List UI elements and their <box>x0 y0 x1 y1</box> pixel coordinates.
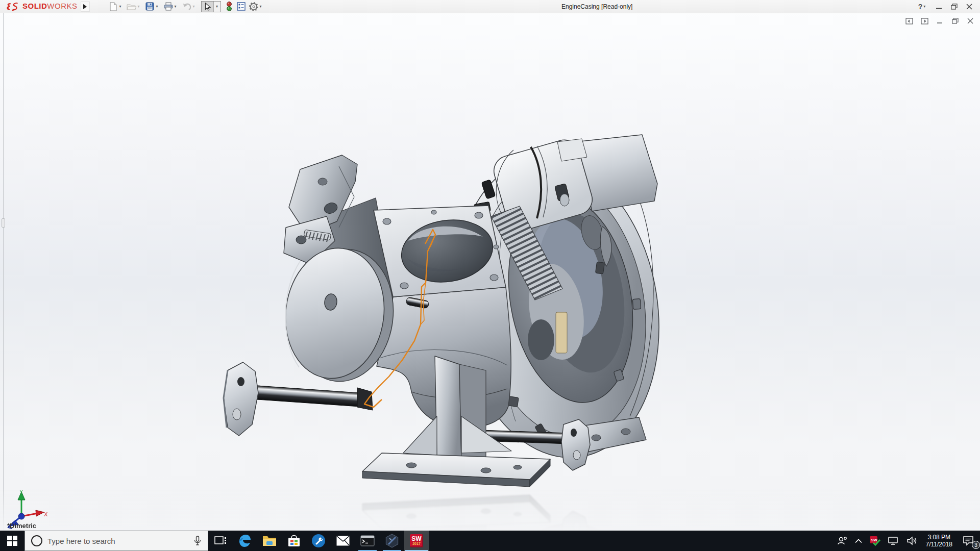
undo-caret[interactable]: ▾ <box>193 5 195 9</box>
wrench-circle-icon <box>311 534 326 548</box>
microphone-icon[interactable] <box>193 536 202 546</box>
print-button[interactable]: ▾ <box>162 1 181 12</box>
titlebar: SOLIDWORKS ▾ ▾ ▾ <box>0 0 980 13</box>
network-button[interactable] <box>884 531 902 551</box>
task-view-button[interactable] <box>208 531 233 551</box>
hexagon-app-icon <box>385 534 399 548</box>
logo-text-bold: SOLID <box>22 2 47 10</box>
cursor-arrow-icon <box>204 3 211 11</box>
taskbar-app-command-prompt[interactable] <box>355 531 380 551</box>
tray-overflow-button[interactable] <box>851 531 866 551</box>
new-document-button[interactable]: ▾ <box>107 1 126 12</box>
network-icon <box>888 536 899 545</box>
taskbar-app-mail[interactable] <box>331 531 355 551</box>
windows-logo-icon <box>7 536 17 546</box>
command-prompt-icon <box>360 535 375 546</box>
edge-icon <box>238 534 252 548</box>
mail-icon <box>336 535 350 546</box>
save-floppy-icon <box>145 2 155 11</box>
clock-date: 7/11/2018 <box>926 541 953 548</box>
close-icon <box>966 4 972 10</box>
reflection-fade <box>0 488 980 531</box>
options-caret[interactable]: ▾ <box>260 5 262 9</box>
clock-time: 3:08 PM <box>926 534 953 541</box>
people-button[interactable] <box>833 531 851 551</box>
solidworks-logo-icon <box>5 2 20 12</box>
file-properties-icon <box>236 2 247 11</box>
select-tool-button[interactable] <box>202 2 214 12</box>
store-icon <box>287 534 301 547</box>
solidworks-app-icon: SW 2017 <box>410 534 423 547</box>
print-caret[interactable]: ▾ <box>175 5 177 9</box>
triad-x-label: X <box>44 511 48 517</box>
taskbar-app-edge[interactable] <box>233 531 257 551</box>
solidworks-window: SOLIDWORKS ▾ ▾ ▾ <box>0 0 980 551</box>
file-properties-button[interactable] <box>235 1 248 12</box>
taskbar-clock[interactable]: 3:08 PM 7/11/2018 <box>922 534 957 548</box>
rebuild-button[interactable] <box>223 1 235 12</box>
menu-expand-button[interactable] <box>81 2 90 12</box>
undo-button[interactable]: ▾ <box>181 1 199 12</box>
system-tray: SW 3:08 PM 7/11/2018 <box>833 531 980 551</box>
taskbar-app-tools[interactable] <box>306 531 331 551</box>
help-button[interactable]: ?▾ <box>916 1 931 13</box>
open-folder-icon <box>127 2 137 11</box>
taskbar-app-hexagon[interactable] <box>380 531 404 551</box>
solidworks-logo: SOLIDWORKS <box>5 2 78 12</box>
file-explorer-icon <box>262 535 277 547</box>
search-input[interactable] <box>42 537 193 545</box>
restore-button[interactable] <box>946 1 962 13</box>
document-title: EngineCasing [Read-only] <box>561 0 632 13</box>
traffic-light-icon <box>224 2 234 11</box>
open-caret[interactable]: ▾ <box>138 5 140 9</box>
engine-casing-model[interactable] <box>0 13 980 531</box>
graphics-area[interactable]: Y X *Dimetric <box>0 13 980 531</box>
quick-access-toolbar: ▾ ▾ ▾ ▾ <box>107 1 266 12</box>
options-button[interactable]: ▾ <box>248 1 266 12</box>
people-icon <box>837 536 848 546</box>
solidworks-tray-icon: SW <box>869 536 880 546</box>
rear-flange <box>561 419 590 470</box>
windows-taskbar: SW 2017 SW <box>0 531 980 551</box>
start-button[interactable] <box>0 531 24 551</box>
window-controls: ?▾ <box>916 0 977 13</box>
volume-icon <box>906 536 918 546</box>
volume-button[interactable] <box>902 531 922 551</box>
save-button[interactable]: ▾ <box>144 1 162 12</box>
view-orientation-label: *Dimetric <box>7 522 36 530</box>
tray-solidworks-button[interactable]: SW <box>866 531 884 551</box>
close-button[interactable] <box>962 1 977 13</box>
taskbar-app-store[interactable] <box>282 531 306 551</box>
svg-text:SW: SW <box>871 538 877 542</box>
minimize-icon <box>936 4 942 10</box>
open-button[interactable]: ▾ <box>126 1 144 12</box>
notification-badge: 3 <box>972 541 980 549</box>
cortana-icon <box>31 535 42 546</box>
help-caret[interactable]: ▾ <box>923 5 925 9</box>
restore-icon <box>951 4 958 10</box>
new-document-caret[interactable]: ▾ <box>119 5 121 9</box>
action-center-button[interactable]: 3 <box>957 531 980 551</box>
save-caret[interactable]: ▾ <box>156 5 158 9</box>
expand-arrow-icon <box>83 4 87 10</box>
select-tool-caret[interactable]: ▾ <box>214 2 220 12</box>
taskbar-search[interactable] <box>24 531 208 551</box>
minimize-button[interactable] <box>931 1 946 13</box>
select-tool-group: ▾ <box>201 1 221 12</box>
undo-arrow-icon <box>182 2 192 11</box>
task-view-icon <box>214 536 227 545</box>
front-flange <box>224 362 258 436</box>
logo-text-light: WORKS <box>47 2 77 10</box>
gear-icon <box>249 2 259 11</box>
triad-y-label: Y <box>19 489 23 495</box>
taskbar-app-solidworks[interactable]: SW 2017 <box>404 531 429 551</box>
taskbar-app-file-explorer[interactable] <box>257 531 282 551</box>
new-document-icon <box>108 2 118 11</box>
printer-icon <box>163 2 174 11</box>
chevron-up-icon <box>855 539 862 543</box>
